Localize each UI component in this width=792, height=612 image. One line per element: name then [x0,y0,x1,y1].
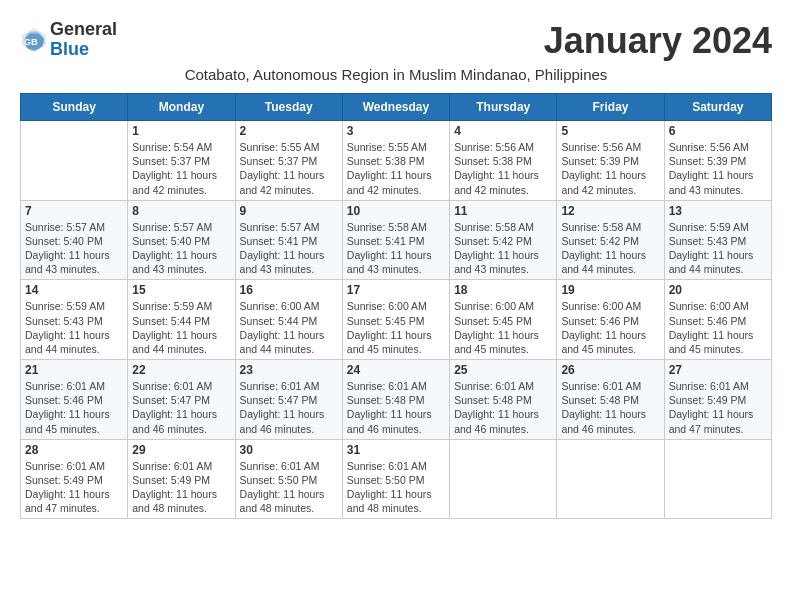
calendar-cell: 9Sunrise: 5:57 AMSunset: 5:41 PMDaylight… [235,200,342,280]
svg-text:GB: GB [24,36,38,46]
month-title: January 2024 [544,20,772,62]
day-number: 6 [669,124,767,138]
day-info: Sunrise: 6:01 AMSunset: 5:50 PMDaylight:… [240,459,338,516]
day-info: Sunrise: 5:58 AMSunset: 5:42 PMDaylight:… [561,220,659,277]
dow-header: Thursday [450,94,557,121]
day-number: 28 [25,443,123,457]
calendar-cell: 28Sunrise: 6:01 AMSunset: 5:49 PMDayligh… [21,439,128,519]
day-info: Sunrise: 5:59 AMSunset: 5:43 PMDaylight:… [25,299,123,356]
calendar-cell [557,439,664,519]
day-number: 26 [561,363,659,377]
calendar-cell: 12Sunrise: 5:58 AMSunset: 5:42 PMDayligh… [557,200,664,280]
dow-header: Wednesday [342,94,449,121]
dow-header: Sunday [21,94,128,121]
calendar-body: 1Sunrise: 5:54 AMSunset: 5:37 PMDaylight… [21,121,772,519]
calendar-cell: 21Sunrise: 6:01 AMSunset: 5:46 PMDayligh… [21,360,128,440]
calendar-cell [450,439,557,519]
calendar-cell: 26Sunrise: 6:01 AMSunset: 5:48 PMDayligh… [557,360,664,440]
day-number: 17 [347,283,445,297]
day-number: 21 [25,363,123,377]
calendar-week: 7Sunrise: 5:57 AMSunset: 5:40 PMDaylight… [21,200,772,280]
day-info: Sunrise: 5:55 AMSunset: 5:37 PMDaylight:… [240,140,338,197]
calendar-cell: 22Sunrise: 6:01 AMSunset: 5:47 PMDayligh… [128,360,235,440]
day-number: 20 [669,283,767,297]
calendar-cell: 29Sunrise: 6:01 AMSunset: 5:49 PMDayligh… [128,439,235,519]
day-info: Sunrise: 6:01 AMSunset: 5:48 PMDaylight:… [561,379,659,436]
calendar-cell: 20Sunrise: 6:00 AMSunset: 5:46 PMDayligh… [664,280,771,360]
day-number: 2 [240,124,338,138]
day-number: 29 [132,443,230,457]
day-number: 16 [240,283,338,297]
day-number: 18 [454,283,552,297]
day-number: 15 [132,283,230,297]
calendar-cell: 14Sunrise: 5:59 AMSunset: 5:43 PMDayligh… [21,280,128,360]
day-info: Sunrise: 5:56 AMSunset: 5:39 PMDaylight:… [561,140,659,197]
day-number: 13 [669,204,767,218]
calendar-cell: 15Sunrise: 5:59 AMSunset: 5:44 PMDayligh… [128,280,235,360]
calendar-cell: 17Sunrise: 6:00 AMSunset: 5:45 PMDayligh… [342,280,449,360]
calendar-cell: 10Sunrise: 5:58 AMSunset: 5:41 PMDayligh… [342,200,449,280]
day-number: 10 [347,204,445,218]
calendar-table: SundayMondayTuesdayWednesdayThursdayFrid… [20,93,772,519]
calendar-cell: 3Sunrise: 5:55 AMSunset: 5:38 PMDaylight… [342,121,449,201]
day-info: Sunrise: 6:01 AMSunset: 5:49 PMDaylight:… [25,459,123,516]
calendar-cell: 11Sunrise: 5:58 AMSunset: 5:42 PMDayligh… [450,200,557,280]
calendar-cell: 5Sunrise: 5:56 AMSunset: 5:39 PMDaylight… [557,121,664,201]
day-number: 9 [240,204,338,218]
logo: GB General Blue [20,20,117,60]
calendar-week: 28Sunrise: 6:01 AMSunset: 5:49 PMDayligh… [21,439,772,519]
day-info: Sunrise: 5:59 AMSunset: 5:44 PMDaylight:… [132,299,230,356]
calendar-cell: 7Sunrise: 5:57 AMSunset: 5:40 PMDaylight… [21,200,128,280]
day-number: 8 [132,204,230,218]
day-number: 4 [454,124,552,138]
day-number: 27 [669,363,767,377]
calendar-cell: 2Sunrise: 5:55 AMSunset: 5:37 PMDaylight… [235,121,342,201]
day-info: Sunrise: 6:01 AMSunset: 5:48 PMDaylight:… [347,379,445,436]
calendar-cell: 6Sunrise: 5:56 AMSunset: 5:39 PMDaylight… [664,121,771,201]
calendar-cell: 27Sunrise: 6:01 AMSunset: 5:49 PMDayligh… [664,360,771,440]
day-info: Sunrise: 6:01 AMSunset: 5:48 PMDaylight:… [454,379,552,436]
day-number: 24 [347,363,445,377]
day-info: Sunrise: 5:59 AMSunset: 5:43 PMDaylight:… [669,220,767,277]
calendar-cell: 24Sunrise: 6:01 AMSunset: 5:48 PMDayligh… [342,360,449,440]
day-number: 19 [561,283,659,297]
calendar-week: 1Sunrise: 5:54 AMSunset: 5:37 PMDaylight… [21,121,772,201]
day-number: 25 [454,363,552,377]
day-number: 11 [454,204,552,218]
calendar-cell: 4Sunrise: 5:56 AMSunset: 5:38 PMDaylight… [450,121,557,201]
day-info: Sunrise: 5:56 AMSunset: 5:39 PMDaylight:… [669,140,767,197]
day-info: Sunrise: 5:54 AMSunset: 5:37 PMDaylight:… [132,140,230,197]
calendar-cell: 1Sunrise: 5:54 AMSunset: 5:37 PMDaylight… [128,121,235,201]
calendar-cell: 13Sunrise: 5:59 AMSunset: 5:43 PMDayligh… [664,200,771,280]
calendar-cell: 30Sunrise: 6:01 AMSunset: 5:50 PMDayligh… [235,439,342,519]
day-number: 1 [132,124,230,138]
days-of-week-row: SundayMondayTuesdayWednesdayThursdayFrid… [21,94,772,121]
day-info: Sunrise: 6:00 AMSunset: 5:45 PMDaylight:… [347,299,445,356]
dow-header: Saturday [664,94,771,121]
calendar-cell: 31Sunrise: 6:01 AMSunset: 5:50 PMDayligh… [342,439,449,519]
day-info: Sunrise: 6:01 AMSunset: 5:46 PMDaylight:… [25,379,123,436]
day-number: 12 [561,204,659,218]
day-number: 5 [561,124,659,138]
day-number: 3 [347,124,445,138]
day-info: Sunrise: 5:58 AMSunset: 5:41 PMDaylight:… [347,220,445,277]
calendar-cell: 8Sunrise: 5:57 AMSunset: 5:40 PMDaylight… [128,200,235,280]
day-info: Sunrise: 6:01 AMSunset: 5:47 PMDaylight:… [132,379,230,436]
day-number: 14 [25,283,123,297]
day-info: Sunrise: 6:01 AMSunset: 5:49 PMDaylight:… [132,459,230,516]
day-info: Sunrise: 5:57 AMSunset: 5:40 PMDaylight:… [25,220,123,277]
day-number: 22 [132,363,230,377]
page-header: GB General Blue January 2024 [20,20,772,62]
subtitle: Cotabato, Autonomous Region in Muslim Mi… [20,66,772,83]
day-info: Sunrise: 5:58 AMSunset: 5:42 PMDaylight:… [454,220,552,277]
day-info: Sunrise: 5:57 AMSunset: 5:41 PMDaylight:… [240,220,338,277]
day-info: Sunrise: 6:00 AMSunset: 5:46 PMDaylight:… [669,299,767,356]
calendar-cell: 16Sunrise: 6:00 AMSunset: 5:44 PMDayligh… [235,280,342,360]
calendar-cell [664,439,771,519]
day-number: 23 [240,363,338,377]
day-info: Sunrise: 5:55 AMSunset: 5:38 PMDaylight:… [347,140,445,197]
day-info: Sunrise: 6:01 AMSunset: 5:49 PMDaylight:… [669,379,767,436]
day-number: 7 [25,204,123,218]
calendar-cell: 23Sunrise: 6:01 AMSunset: 5:47 PMDayligh… [235,360,342,440]
calendar-cell: 25Sunrise: 6:01 AMSunset: 5:48 PMDayligh… [450,360,557,440]
